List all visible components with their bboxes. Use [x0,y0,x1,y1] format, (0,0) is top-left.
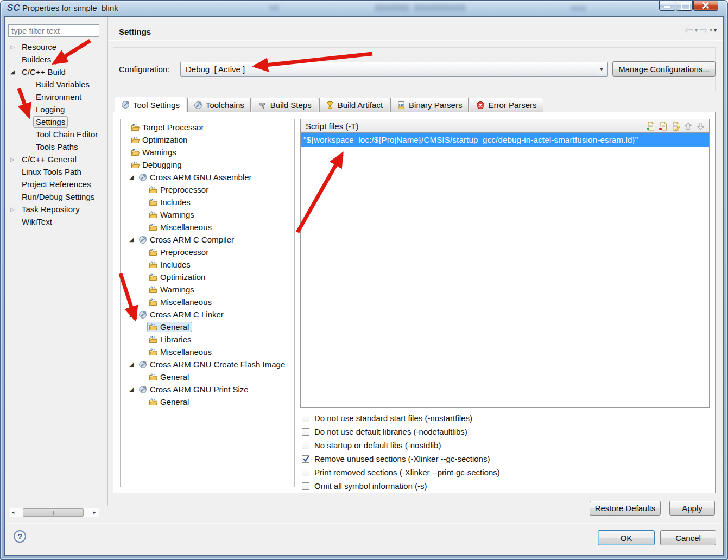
tool-tree-item-cross-arm-gnu-create-flash-image[interactable]: ◢Cross ARM GNU Create Flash Image [121,358,294,371]
sidebar-item-run-debug-settings[interactable]: Run/Debug Settings [5,190,106,203]
sidebar-item-builders[interactable]: Builders [5,53,106,66]
linker-option-no-startup-or-default-libs[interactable]: No startup or default libs (-nostdlib) [302,438,714,452]
minimize-button[interactable] [659,1,675,11]
sidebar-item-tool-chain-editor[interactable]: Tool Chain Editor [5,128,106,141]
tool-tree-item-optimization[interactable]: Optimization [121,133,294,146]
linker-option-print-removed-sections[interactable]: Print removed sections (-Xlinker --print… [302,466,714,479]
checkbox-unchecked[interactable] [302,442,309,449]
sidebar-item-tools-paths[interactable]: Tools Paths [5,141,106,153]
move-up-icon[interactable] [683,121,693,131]
tool-tree-item-general[interactable]: General [121,396,294,408]
sidebar-item-task-repository[interactable]: ▷Task Repository [5,203,106,215]
folder-icon [131,148,140,157]
linker-option-remove-unused-sections[interactable]: Remove unused sections (-Xlinker --gc-se… [302,452,714,466]
tool-tree-item-cross-arm-gnu-assembler[interactable]: ◢Cross ARM GNU Assembler [121,171,294,183]
sidebar-item-build-variables[interactable]: Build Variables [5,78,106,91]
tree-collapse-icon[interactable]: ◢ [129,386,137,392]
checkbox-checked[interactable] [302,455,309,463]
tool-tree-item-cross-arm-c-linker[interactable]: ◢Cross ARM C Linker [121,308,294,321]
tool-tree-item-includes[interactable]: Includes [121,258,294,271]
tool-tree-item-includes[interactable]: Includes [121,196,294,208]
tool-tree-item-general[interactable]: General [121,371,294,383]
maximize-button[interactable] [676,1,693,11]
configuration-combo[interactable]: Debug [ Active ] [180,62,608,77]
checkbox-unchecked[interactable] [302,428,309,436]
tool-tree-item-miscellaneous[interactable]: Miscellaneous [121,346,294,358]
checkbox-unchecked[interactable] [302,482,309,490]
tree-collapse-icon[interactable]: ◢ [129,361,137,367]
tool-tree-item-cross-arm-gnu-print-size[interactable]: ◢Cross ARM GNU Print Size [121,383,294,396]
tab-tool-settings[interactable]: Tool Settings [115,97,186,112]
apply-button[interactable]: Apply [669,501,715,516]
move-down-icon[interactable] [695,121,706,131]
forward-menu-chevron-icon[interactable] [710,28,712,33]
tab-build-artifact[interactable]: Build Artifact [319,98,389,112]
sidebar-item-project-references[interactable]: Project References [5,178,106,190]
sidebar-item-settings[interactable]: Settings [5,116,106,128]
sidebar-horizontal-scrollbar[interactable] [8,508,99,517]
sidebar-item-logging[interactable]: Logging [5,103,106,116]
sidebar-sash[interactable] [107,17,108,506]
tool-tree-item-label: General [160,322,189,332]
sidebar-item-resource[interactable]: ▷Resource [5,41,106,53]
sidebar-item-c-c-general[interactable]: ▷C/C++ General [5,153,106,166]
tool-tree-item-miscellaneous[interactable]: Miscellaneous [121,296,294,308]
manage-configurations-button[interactable]: Manage Configurations... [612,61,716,77]
add-file-icon[interactable] [645,121,656,131]
tree-expand-icon[interactable]: ▷ [10,44,19,50]
sidebar-item-wikitext[interactable]: WikiText [5,215,106,228]
filter-input[interactable] [8,24,99,37]
scroll-right-icon[interactable] [90,508,99,517]
tab-binary-parsers[interactable]: 010Binary Parsers [390,98,469,112]
sidebar-item-c-c-build[interactable]: ◢C/C++ Build [5,66,106,78]
linker-option-do-not-use-standard-start-files[interactable]: Do not use standard start files (-nostar… [302,411,714,425]
tree-collapse-icon[interactable]: ◢ [10,69,19,75]
close-button[interactable] [693,1,718,11]
tool-tree-item-preprocessor[interactable]: Preprocessor [121,183,294,196]
help-button[interactable]: ? [14,530,26,543]
titlebar[interactable]: SC Properties for simple_blink [0,0,728,16]
tool-tree-item-miscellaneous[interactable]: Miscellaneous [121,221,294,233]
script-files-list[interactable]: "${workspace_loc:/${ProjName}/CMSIS/star… [300,133,710,408]
linker-options: Do not use standard start files (-nostar… [302,411,714,493]
cancel-button[interactable]: Cancel [660,530,716,545]
tab-build-steps[interactable]: Build Steps [252,98,318,112]
tool-tree-item-target-processor[interactable]: Target Processor [121,121,294,133]
tree-collapse-icon[interactable]: ◢ [129,311,137,317]
sidebar-item-linux-tools-path[interactable]: Linux Tools Path [5,166,106,178]
sidebar-item-environment[interactable]: Environment [5,91,106,103]
linker-option-omit-all-symbol-information[interactable]: Omit all symbol information (-s) [302,479,714,493]
tab-error-parsers[interactable]: Error Parsers [470,98,543,112]
tree-expand-icon[interactable]: ▷ [10,207,19,212]
tab-toolchains[interactable]: Toolchains [187,98,251,112]
tool-tree-item-cross-arm-c-compiler[interactable]: ◢Cross ARM C Compiler [121,233,294,246]
tool-tree-item-optimization[interactable]: Optimization [121,271,294,283]
tool-tree-item-warnings[interactable]: Warnings [121,208,294,221]
scrollbar-thumb[interactable] [23,508,84,517]
checkbox-unchecked[interactable] [302,469,309,476]
tool-tree-item-preprocessor[interactable]: Preprocessor [121,246,294,258]
view-menu-chevron-icon[interactable] [714,28,717,33]
checkbox-label: No startup or default libs (-nostdlib) [314,441,441,450]
linker-option-do-not-use-default-libraries[interactable]: Do not use default libraries (-nodefault… [302,425,714,438]
tool-tree-item-debugging[interactable]: Debugging [121,158,294,171]
edit-file-icon[interactable] [670,121,681,131]
tree-collapse-icon[interactable]: ◢ [129,174,137,180]
delete-file-icon[interactable] [658,121,668,131]
folder-icon [149,298,157,307]
checkbox-unchecked[interactable] [302,415,309,422]
tool-tree-item-warnings[interactable]: Warnings [121,146,294,158]
chevron-down-icon[interactable] [596,63,607,75]
forward-icon[interactable] [699,25,708,35]
scroll-left-icon[interactable] [9,508,17,517]
tool-tree-item-libraries[interactable]: Libraries [121,333,294,346]
tree-collapse-icon[interactable]: ◢ [129,237,137,243]
back-menu-chevron-icon[interactable] [695,28,698,33]
tree-expand-icon[interactable]: ▷ [10,157,19,162]
script-file-item[interactable]: "${workspace_loc:/${ProjName}/CMSIS/star… [301,133,709,147]
restore-defaults-button[interactable]: Restore Defaults [590,501,661,516]
tool-tree-item-general[interactable]: General [121,321,294,333]
ok-button[interactable]: OK [598,530,655,545]
tool-tree-item-warnings[interactable]: Warnings [121,283,294,296]
back-icon[interactable] [685,25,693,35]
